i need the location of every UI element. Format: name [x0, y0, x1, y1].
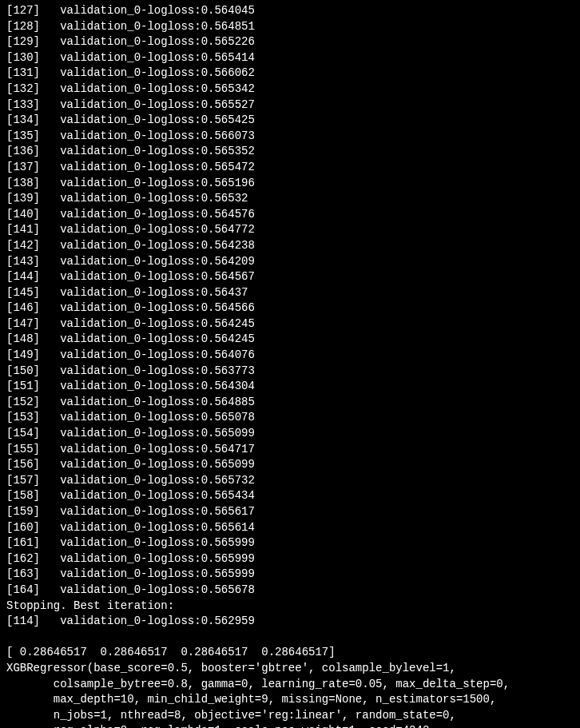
log-line: [139] validation_0-logloss:0.56532	[6, 191, 574, 207]
log-line: [149] validation_0-logloss:0.564076	[6, 348, 574, 364]
log-line: [163] validation_0-logloss:0.565999	[6, 567, 574, 583]
log-line: [153] validation_0-logloss:0.565078	[6, 410, 574, 426]
log-line: [157] validation_0-logloss:0.565732	[6, 473, 574, 489]
log-line: [145] validation_0-logloss:0.56437	[6, 285, 574, 301]
log-line: [143] validation_0-logloss:0.564209	[6, 254, 574, 270]
log-line: [129] validation_0-logloss:0.565226	[6, 34, 574, 50]
log-line: [164] validation_0-logloss:0.565678	[6, 583, 574, 599]
array-output: [ 0.28646517 0.28646517 0.28646517 0.286…	[6, 645, 574, 661]
log-line: [135] validation_0-logloss:0.566073	[6, 129, 574, 145]
log-line: [131] validation_0-logloss:0.566062	[6, 66, 574, 82]
regressor-repr-line2: colsample_bytree=0.8, gamma=0, learning_…	[6, 677, 574, 693]
log-line: [156] validation_0-logloss:0.565099	[6, 457, 574, 473]
regressor-repr-line5: reg_alpha=0, reg_lambda=1, scale_pos_wei…	[6, 723, 574, 728]
stopping-message: Stopping. Best iteration:	[6, 599, 574, 615]
training-log: [127] validation_0-logloss:0.564045[128]…	[6, 3, 574, 599]
best-iteration-line: [114] validation_0-logloss:0.562959	[6, 614, 574, 630]
log-line: [160] validation_0-logloss:0.565614	[6, 520, 574, 536]
log-line: [154] validation_0-logloss:0.565099	[6, 426, 574, 442]
log-line: [130] validation_0-logloss:0.565414	[6, 50, 574, 66]
log-line: [155] validation_0-logloss:0.564717	[6, 442, 574, 458]
log-line: [133] validation_0-logloss:0.565527	[6, 97, 574, 113]
log-line: [148] validation_0-logloss:0.564245	[6, 332, 574, 348]
regressor-repr-line3: max_depth=10, min_child_weight=9, missin…	[6, 692, 574, 708]
log-line: [142] validation_0-logloss:0.564238	[6, 238, 574, 254]
log-line: [162] validation_0-logloss:0.565999	[6, 551, 574, 567]
log-line: [150] validation_0-logloss:0.563773	[6, 364, 574, 380]
log-line: [141] validation_0-logloss:0.564772	[6, 222, 574, 238]
regressor-repr-line1: XGBRegressor(base_score=0.5, booster='gb…	[6, 661, 574, 677]
log-line: [136] validation_0-logloss:0.565352	[6, 144, 574, 160]
regressor-repr-line4: n_jobs=1, nthread=8, objective='reg:line…	[6, 708, 574, 724]
log-line: [158] validation_0-logloss:0.565434	[6, 488, 574, 504]
log-line: [152] validation_0-logloss:0.564885	[6, 395, 574, 411]
log-line: [137] validation_0-logloss:0.565472	[6, 160, 574, 176]
log-line: [159] validation_0-logloss:0.565617	[6, 504, 574, 520]
log-line: [128] validation_0-logloss:0.564851	[6, 19, 574, 35]
log-line: [161] validation_0-logloss:0.565999	[6, 535, 574, 551]
log-line: [151] validation_0-logloss:0.564304	[6, 379, 574, 395]
log-line: [138] validation_0-logloss:0.565196	[6, 176, 574, 192]
log-line: [134] validation_0-logloss:0.565425	[6, 113, 574, 129]
log-line: [146] validation_0-logloss:0.564566	[6, 300, 574, 316]
log-line: [127] validation_0-logloss:0.564045	[6, 3, 574, 19]
log-line: [140] validation_0-logloss:0.564576	[6, 207, 574, 223]
log-line: [144] validation_0-logloss:0.564567	[6, 269, 574, 285]
blank-line	[6, 630, 574, 646]
log-line: [147] validation_0-logloss:0.564245	[6, 316, 574, 332]
log-line: [132] validation_0-logloss:0.565342	[6, 82, 574, 97]
